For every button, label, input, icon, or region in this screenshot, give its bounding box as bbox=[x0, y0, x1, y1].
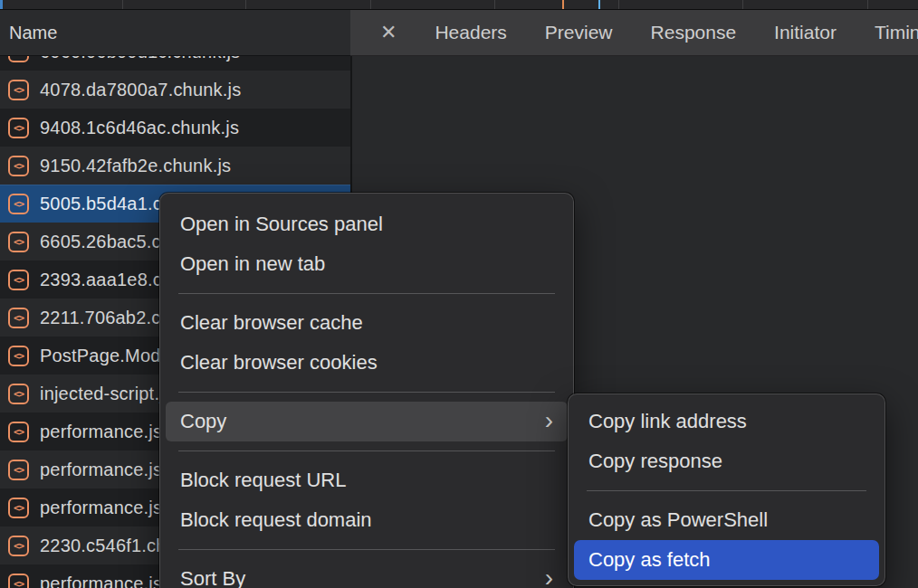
script-file-icon: <> bbox=[8, 270, 29, 290]
network-overview-timeline[interactable] bbox=[0, 0, 918, 10]
tab-initiator[interactable]: Initiator bbox=[774, 22, 837, 43]
menu-separator bbox=[178, 549, 555, 550]
table-row[interactable]: <>9408.1c6d46ac.chunk.js bbox=[0, 109, 350, 147]
menu-item-clear-browser-cookies[interactable]: Clear browser cookies bbox=[160, 343, 573, 383]
table-row[interactable]: <>9150.42fafb2e.chunk.js bbox=[0, 147, 350, 185]
menu-separator bbox=[178, 392, 555, 393]
script-file-icon: <> bbox=[8, 574, 29, 588]
submenu-chevron-icon: › bbox=[545, 408, 553, 433]
close-icon[interactable]: ✕ bbox=[380, 23, 397, 43]
timeline-tick bbox=[742, 0, 743, 9]
menu-item-sort-by[interactable]: Sort By › bbox=[160, 559, 573, 588]
menu-item-block-request-url[interactable]: Block request URL bbox=[160, 460, 573, 500]
menu-item-block-request-domain[interactable]: Block request domain bbox=[160, 500, 573, 540]
tab-preview[interactable]: Preview bbox=[545, 22, 613, 43]
script-file-icon: <> bbox=[8, 232, 29, 252]
timeline-tick bbox=[494, 0, 495, 9]
menu-item-copy-response[interactable]: Copy response bbox=[569, 441, 885, 481]
menu-item-copy-link-address[interactable]: Copy link address bbox=[569, 402, 885, 441]
detail-tab-bar: ✕ Headers Preview Response Initiator Tim… bbox=[350, 10, 918, 56]
menu-separator bbox=[587, 490, 866, 491]
table-row[interactable]: <>6060.06b00d1c.chunk.js bbox=[0, 56, 350, 71]
script-file-icon: <> bbox=[8, 498, 29, 518]
name-column-label: Name bbox=[9, 23, 57, 43]
script-file-icon: <> bbox=[8, 80, 29, 100]
context-menu: Open in Sources panel Open in new tab Cl… bbox=[159, 193, 574, 588]
timeline-tick bbox=[370, 0, 371, 9]
name-column-header[interactable]: Name bbox=[0, 10, 350, 56]
tab-headers[interactable]: Headers bbox=[435, 22, 506, 43]
script-file-icon: <> bbox=[8, 536, 29, 556]
domcontentloaded-event-marker bbox=[598, 0, 600, 9]
script-file-icon: <> bbox=[8, 156, 29, 176]
devtools-network-panel: Name ✕ Headers Preview Response Initiato… bbox=[0, 0, 918, 588]
timeline-tick bbox=[122, 0, 123, 9]
menu-item-copy-as-fetch[interactable]: Copy as fetch bbox=[574, 540, 879, 580]
menu-item-open-in-new-tab[interactable]: Open in new tab bbox=[160, 244, 573, 284]
menu-item-copy[interactable]: Copy › bbox=[166, 402, 568, 441]
tab-timing[interactable]: Timing bbox=[875, 22, 918, 43]
load-event-marker bbox=[562, 0, 564, 9]
script-file-icon: <> bbox=[8, 194, 29, 214]
menu-item-open-in-sources[interactable]: Open in Sources panel bbox=[160, 204, 573, 244]
menu-item-clear-browser-cache[interactable]: Clear browser cache bbox=[160, 303, 573, 343]
tab-response[interactable]: Response bbox=[651, 22, 737, 43]
script-file-icon: <> bbox=[8, 56, 29, 62]
menu-separator bbox=[178, 450, 555, 451]
timeline-tick bbox=[867, 0, 868, 9]
script-file-icon: <> bbox=[8, 118, 29, 138]
menu-separator bbox=[178, 293, 555, 294]
timeline-tick bbox=[245, 0, 246, 9]
submenu-chevron-icon: › bbox=[545, 565, 553, 588]
script-file-icon: <> bbox=[8, 308, 29, 328]
script-file-icon: <> bbox=[8, 346, 29, 366]
script-file-icon: <> bbox=[8, 422, 29, 442]
timeline-selection-marker bbox=[0, 0, 3, 9]
timeline-tick bbox=[618, 0, 619, 9]
script-file-icon: <> bbox=[8, 460, 29, 480]
copy-submenu: Copy link address Copy response Copy as … bbox=[568, 394, 885, 586]
table-row[interactable]: <>4078.da7800a7.chunk.js bbox=[0, 71, 350, 109]
menu-item-copy-as-powershell[interactable]: Copy as PowerShell bbox=[569, 500, 885, 540]
script-file-icon: <> bbox=[8, 384, 29, 404]
